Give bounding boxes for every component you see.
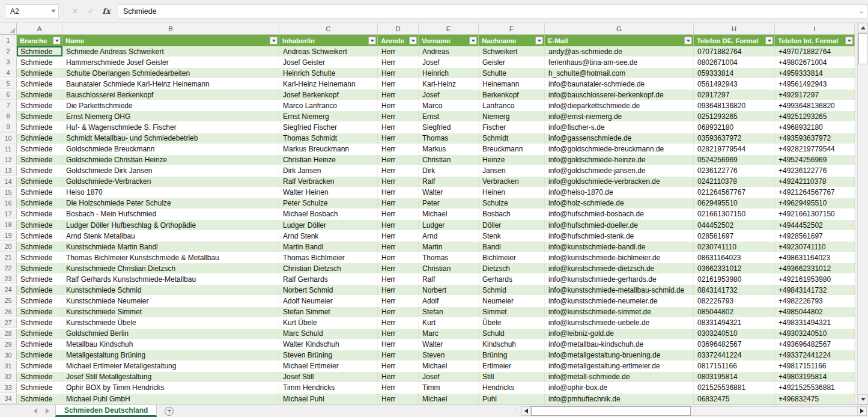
- cell-inhaber[interactable]: Adolf Neumeier: [279, 296, 378, 306]
- cell-vorname[interactable]: Josef: [419, 372, 479, 382]
- row-number[interactable]: 24: [0, 285, 17, 295]
- cell-vorname[interactable]: Timm: [419, 383, 479, 393]
- cell-anrede[interactable]: Herr: [378, 329, 419, 339]
- cell-nachname[interactable]: Breuckmann: [479, 144, 545, 154]
- cell-email[interactable]: info@hufschmied-doeller.de: [545, 220, 694, 230]
- cell-branche[interactable]: Schmiede: [17, 339, 62, 350]
- header-cell-nachname[interactable]: Nachname: [479, 35, 545, 46]
- cell-email[interactable]: info@gassenschmiede.de: [545, 133, 694, 144]
- cell-inhaber[interactable]: Karl-Heinz Heinemann: [279, 79, 378, 89]
- cell-nachname[interactable]: Übele: [479, 318, 545, 328]
- cell-anrede[interactable]: Herr: [378, 394, 419, 404]
- cell-anrede[interactable]: Herr: [378, 242, 419, 252]
- cell-telefon-de[interactable]: 068932180: [694, 122, 775, 132]
- cell-vorname[interactable]: Martin: [419, 242, 479, 252]
- cell-nachname[interactable]: Verbracken: [479, 177, 545, 187]
- cell-branche[interactable]: Schmiede: [17, 383, 62, 393]
- cell-email[interactable]: info@pmhuftechnik.de: [545, 394, 694, 404]
- cell-vorname[interactable]: Ludger: [419, 220, 479, 230]
- row-number[interactable]: 29: [0, 339, 17, 350]
- cell-vorname[interactable]: Dirk: [419, 166, 479, 176]
- cell-telefon-int[interactable]: +49524256969: [775, 155, 855, 165]
- cell-branche[interactable]: Schmiede: [17, 79, 62, 89]
- column-header-b[interactable]: B: [62, 23, 279, 34]
- filter-dropdown-icon[interactable]: [368, 37, 376, 44]
- header-cell-name[interactable]: Name: [62, 35, 279, 46]
- formula-bar[interactable]: Schmiede ⌄: [118, 4, 868, 19]
- cell-email[interactable]: info@metall-schmiede.de: [545, 372, 694, 382]
- cell-email[interactable]: info@goldschmiede-breuckmann.de: [545, 144, 694, 154]
- cell-telefon-int[interactable]: +493662331012: [775, 263, 855, 273]
- cell-vorname[interactable]: Ralf: [419, 274, 479, 284]
- cell-telefon-int[interactable]: +4928219779544: [775, 144, 855, 154]
- cell-anrede[interactable]: Herr: [378, 133, 419, 144]
- cell-anrede[interactable]: Herr: [378, 155, 419, 165]
- cell-nachname[interactable]: Geisler: [479, 57, 545, 67]
- cell-nachname[interactable]: Heinemann: [479, 79, 545, 89]
- cell-inhaber[interactable]: Walter Kindschuh: [279, 339, 378, 350]
- cell-name[interactable]: Ernst Niemerg OHG: [62, 111, 279, 121]
- cell-telefon-de[interactable]: 0802671004: [694, 57, 775, 67]
- cell-branche[interactable]: Schmiede: [17, 242, 62, 252]
- cell-anrede[interactable]: Herr: [378, 144, 419, 154]
- cell-inhaber[interactable]: Walter Heinen: [279, 187, 378, 198]
- cell-nachname[interactable]: Berkenkopf: [479, 90, 545, 100]
- cell-email[interactable]: ferienhaus@tina-am-see.de: [545, 57, 694, 67]
- cell-email[interactable]: info@kunstschmiede-neumeier.de: [545, 296, 694, 306]
- cell-telefon-de[interactable]: 0561492943: [694, 79, 775, 89]
- header-cell-branche[interactable]: Branche: [17, 35, 62, 46]
- cell-anrede[interactable]: Herr: [378, 361, 419, 371]
- row-number[interactable]: 18: [0, 220, 17, 230]
- cell-telefon-de[interactable]: 021661307150: [694, 209, 775, 219]
- cell-email[interactable]: info@kunstschmiede-metallbau-schmid.de: [545, 285, 694, 295]
- cell-nachname[interactable]: Bosbach: [479, 209, 545, 219]
- cell-name[interactable]: Goldschmiede-Verbracken: [62, 177, 279, 187]
- cell-branche[interactable]: Schmiede: [17, 274, 62, 284]
- row-number[interactable]: 2: [0, 46, 17, 56]
- cell-email[interactable]: info@dieparkettschmiede.de: [545, 100, 694, 111]
- filter-dropdown-icon[interactable]: [409, 37, 417, 44]
- cell-telefon-int[interactable]: +493696482567: [775, 339, 855, 350]
- cell-branche[interactable]: Schmiede: [17, 133, 62, 144]
- cell-telefon-int[interactable]: +49817151166: [775, 361, 855, 371]
- cell-inhaber[interactable]: Thomas Bichlmeier: [279, 252, 378, 263]
- cell-vorname[interactable]: Norbert: [419, 285, 479, 295]
- cell-inhaber[interactable]: Ralf Verbracken: [279, 177, 378, 187]
- cell-vorname[interactable]: Kurt: [419, 318, 479, 328]
- cell-inhaber[interactable]: Norbert Schmid: [279, 285, 378, 295]
- cell-telefon-de[interactable]: 028219779544: [694, 144, 775, 154]
- cell-vorname[interactable]: Michael: [419, 209, 479, 219]
- cell-anrede[interactable]: Herr: [378, 122, 419, 132]
- cell-anrede[interactable]: Herr: [378, 231, 419, 241]
- cell-name[interactable]: Goldschmiede Christian Heinze: [62, 155, 279, 165]
- filter-dropdown-icon[interactable]: [469, 37, 477, 44]
- sheet-nav-left-icon[interactable]: [34, 408, 37, 414]
- name-box-dropdown-icon[interactable]: [49, 10, 58, 13]
- row-number[interactable]: 14: [0, 177, 17, 187]
- cell-telefon-int[interactable]: +49230741110: [775, 242, 855, 252]
- row-number[interactable]: 32: [0, 372, 17, 382]
- cell-branche[interactable]: Schmiede: [17, 46, 62, 56]
- cell-reference[interactable]: A2: [5, 7, 49, 16]
- row-number[interactable]: 23: [0, 274, 17, 284]
- cell-inhaber[interactable]: Andreas Schweikert: [279, 46, 378, 56]
- cell-telefon-de[interactable]: 0251293265: [694, 111, 775, 121]
- cell-branche[interactable]: Schmiede: [17, 361, 62, 371]
- cell-name[interactable]: Hammerschmiede Josef Geisler: [62, 57, 279, 67]
- cell-name[interactable]: Kunstschmiede Schmid: [62, 285, 279, 295]
- cell-vorname[interactable]: Peter: [419, 198, 479, 208]
- cell-name[interactable]: Baunataler Schmiede Karl-Heinz Heinemann: [62, 79, 279, 89]
- cell-nachname[interactable]: Schulte: [479, 68, 545, 78]
- cell-email[interactable]: info@ernst-niemerg.de: [545, 111, 694, 121]
- cell-telefon-int[interactable]: +4921525536881: [775, 383, 855, 393]
- row-number[interactable]: 9: [0, 122, 17, 132]
- cell-telefon-de[interactable]: 0843141732: [694, 285, 775, 295]
- cell-name[interactable]: Huf- & Wagenschmiede S. Fischer: [62, 122, 279, 132]
- cell-telefon-de[interactable]: 07071882764: [694, 46, 775, 56]
- cell-vorname[interactable]: Arnd: [419, 231, 479, 241]
- cell-telefon-de[interactable]: 059333814: [694, 68, 775, 78]
- row-number[interactable]: 21: [0, 252, 17, 263]
- horizontal-scrollbar[interactable]: ⋮⋮: [517, 406, 867, 416]
- cell-inhaber[interactable]: Ludger Döller: [279, 220, 378, 230]
- header-cell-anrede[interactable]: Anrede: [378, 35, 419, 46]
